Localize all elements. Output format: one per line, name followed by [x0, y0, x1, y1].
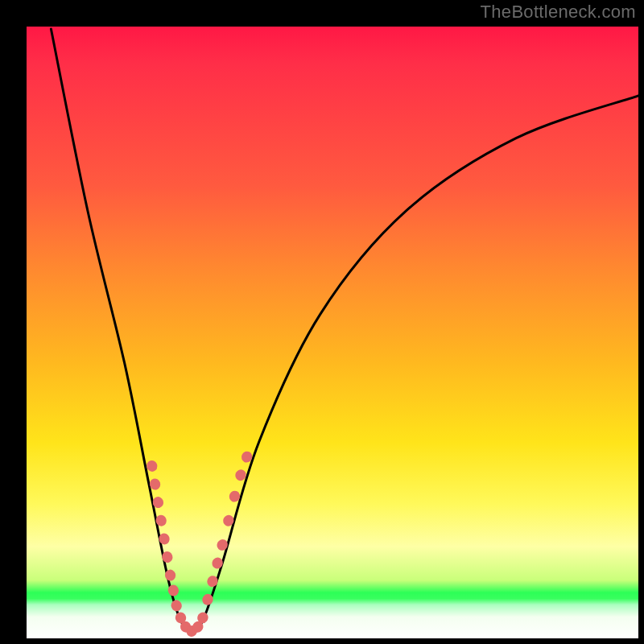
curve-marker	[210, 555, 225, 570]
curve-layer	[51, 29, 638, 633]
watermark-text: TheBottleneck.com	[481, 2, 636, 23]
curve-marker	[170, 599, 184, 613]
bottleneck-curve	[51, 29, 638, 633]
plot-area	[27, 27, 638, 638]
chart-frame: TheBottleneck.com	[0, 0, 644, 644]
svg-point-16	[210, 555, 225, 570]
curve-svg	[27, 27, 638, 638]
svg-point-8	[170, 599, 184, 613]
